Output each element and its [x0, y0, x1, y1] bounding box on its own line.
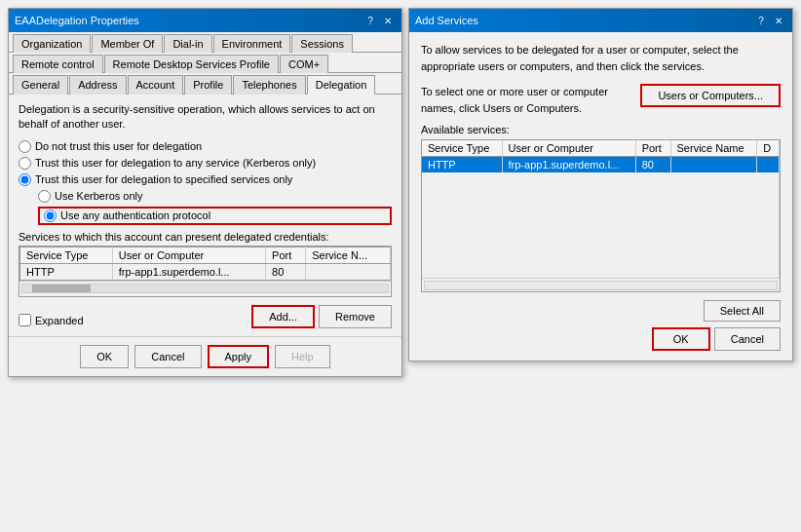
- tab-remote-control[interactable]: Remote control: [13, 55, 103, 73]
- services-table-container: Service Type User or Computer Port Servi…: [19, 246, 392, 297]
- radio-any-auth-input[interactable]: [44, 209, 57, 222]
- available-table: Service Type User or Computer Port Servi…: [422, 140, 780, 278]
- help-icon[interactable]: ?: [362, 13, 378, 28]
- dialog-footer: OK Cancel Apply Help: [9, 336, 401, 376]
- cell-user-computer: frp-app1.superdemo.l...: [112, 263, 265, 280]
- tab-organization[interactable]: Organization: [13, 34, 91, 53]
- main-dialog: EAADelegation Properties ? ✕ Organizatio…: [8, 8, 402, 377]
- add-services-cancel-button[interactable]: Cancel: [714, 327, 781, 351]
- radio-any-service-input[interactable]: [19, 157, 31, 170]
- radio-no-trust-input[interactable]: [19, 140, 31, 153]
- tab-com-plus[interactable]: COM+: [280, 55, 328, 73]
- tab-sessions[interactable]: Sessions: [291, 34, 353, 53]
- tab-general[interactable]: General: [13, 75, 68, 95]
- help-button[interactable]: Help: [275, 345, 330, 368]
- available-label: Available services:: [421, 124, 781, 135]
- tab-telephones[interactable]: Telephones: [233, 75, 305, 95]
- radio-kerberos-only[interactable]: Use Kerberos only: [38, 190, 392, 203]
- add-services-footer: OK Cancel: [421, 327, 781, 351]
- add-services-title-bar: Add Services ? ✕: [409, 9, 792, 32]
- cell-service-type: HTTP: [20, 263, 113, 280]
- tabs-row-2: Remote control Remote Desktop Services P…: [9, 53, 401, 73]
- expanded-label: Expanded: [35, 315, 84, 326]
- add-services-title: Add Services: [415, 15, 478, 26]
- tab-member-of[interactable]: Member Of: [92, 34, 163, 53]
- services-table: Service Type User or Computer Port Servi…: [19, 247, 391, 281]
- avail-empty-row: [422, 260, 780, 278]
- scrollbar-track[interactable]: [21, 284, 389, 293]
- avail-col-service-type: Service Type: [422, 140, 502, 157]
- title-bar-buttons: ? ✕: [362, 13, 396, 28]
- cell-service-name: [306, 263, 391, 280]
- services-table-wrapper[interactable]: Service Type User or Computer Port Servi…: [19, 247, 391, 281]
- radio-group: Do not trust this user for delegation Tr…: [19, 140, 392, 225]
- tab-address[interactable]: Address: [69, 75, 126, 95]
- services-label: Services to which this account can prese…: [19, 231, 392, 243]
- avail-empty-row: [422, 208, 780, 225]
- tab-account[interactable]: Account: [128, 75, 184, 95]
- avail-cell-user-computer: frp-app1.superdemo.l...: [502, 157, 635, 173]
- radio-specified-services[interactable]: Trust this user for delegation to specif…: [19, 173, 392, 186]
- tab-dial-in[interactable]: Dial-in: [164, 34, 211, 53]
- col-user-computer: User or Computer: [112, 247, 265, 263]
- scrollbar-thumb[interactable]: [32, 285, 91, 292]
- avail-col-d: D: [757, 140, 780, 157]
- users-computers-section: To select one or more user or computer n…: [421, 84, 781, 116]
- delegation-content: Delegation is a security-sensitive opera…: [9, 95, 401, 336]
- col-service-type: Service Type: [20, 247, 113, 263]
- ok-button[interactable]: OK: [80, 345, 129, 368]
- add-services-title-buttons: ? ✕: [753, 13, 786, 28]
- avail-cell-service-name: [670, 157, 757, 173]
- avail-cell-service-type: HTTP: [422, 157, 502, 173]
- main-title-bar: EAADelegation Properties ? ✕: [9, 9, 401, 32]
- add-services-content: To allow services to be delegated for a …: [409, 32, 792, 361]
- radio-no-trust-label: Do not trust this user for delegation: [35, 140, 202, 152]
- tab-rdsp[interactable]: Remote Desktop Services Profile: [104, 55, 279, 73]
- expanded-checkbox[interactable]: [19, 314, 31, 326]
- available-table-container: Service Type User or Computer Port Servi…: [421, 139, 781, 292]
- add-services-close-icon[interactable]: ✕: [771, 13, 786, 28]
- add-services-help-icon[interactable]: ?: [753, 13, 769, 28]
- expanded-checkbox-row: Expanded: [19, 314, 84, 326]
- tab-profile[interactable]: Profile: [184, 75, 232, 95]
- tabs-row-1: Organization Member Of Dial-in Environme…: [9, 32, 401, 53]
- close-icon[interactable]: ✕: [380, 13, 396, 28]
- avail-empty-row: [422, 172, 780, 190]
- cell-port: 80: [266, 263, 306, 280]
- radio-kerberos-only-label: Use Kerberos only: [55, 190, 143, 202]
- avail-empty-row: [422, 190, 780, 208]
- remove-button[interactable]: Remove: [319, 305, 392, 328]
- avail-scrollbar-track[interactable]: [424, 281, 778, 290]
- cancel-button[interactable]: Cancel: [134, 345, 201, 368]
- radio-no-trust[interactable]: Do not trust this user for delegation: [19, 140, 392, 153]
- delegation-description: Delegation is a security-sensitive opera…: [19, 102, 392, 133]
- radio-any-auth-label: Use any authentication protocol: [60, 209, 210, 221]
- horizontal-scrollbar[interactable]: [19, 281, 391, 296]
- select-all-row: Select All: [421, 300, 781, 322]
- avail-empty-row: [422, 243, 780, 260]
- tab-delegation[interactable]: Delegation: [307, 75, 376, 95]
- radio-any-auth[interactable]: Use any authentication protocol: [38, 207, 392, 225]
- tab-environment[interactable]: Environment: [213, 34, 291, 53]
- tabs-row-3: General Address Account Profile Telephon…: [9, 73, 401, 95]
- avail-col-user-computer: User or Computer: [502, 140, 635, 157]
- avail-col-port: Port: [635, 140, 670, 157]
- add-services-dialog: Add Services ? ✕ To allow services to be…: [408, 8, 793, 361]
- avail-table-row[interactable]: HTTP frp-app1.superdemo.l... 80: [422, 157, 780, 173]
- add-services-ok-button[interactable]: OK: [652, 327, 710, 351]
- table-row[interactable]: HTTP frp-app1.superdemo.l... 80: [20, 263, 391, 280]
- avail-cell-port: 80: [635, 157, 670, 173]
- add-services-desc2: To select one or more user or computer n…: [421, 84, 632, 116]
- apply-button[interactable]: Apply: [208, 345, 270, 368]
- radio-kerberos-only-input[interactable]: [38, 190, 51, 203]
- radio-any-service-label: Trust this user for delegation to any se…: [35, 157, 316, 169]
- radio-specified-services-input[interactable]: [19, 173, 31, 186]
- avail-scrollbar[interactable]: [422, 278, 780, 291]
- add-button[interactable]: Add...: [251, 305, 315, 328]
- avail-empty-row: [422, 225, 780, 243]
- select-all-button[interactable]: Select All: [704, 300, 781, 322]
- avail-cell-d: [757, 157, 780, 173]
- users-computers-button[interactable]: Users or Computers...: [640, 84, 781, 107]
- radio-any-service[interactable]: Trust this user for delegation to any se…: [19, 157, 392, 170]
- main-title: EAADelegation Properties: [15, 15, 139, 26]
